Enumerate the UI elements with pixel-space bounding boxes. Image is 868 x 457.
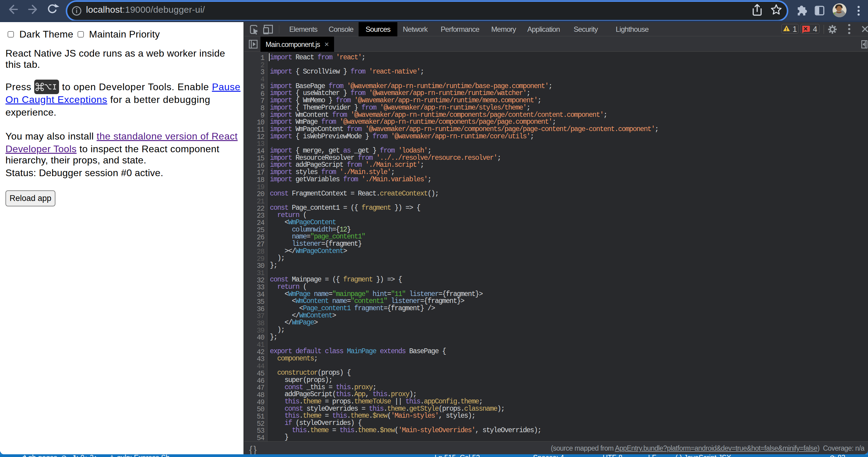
svg-text:4: 4 (813, 25, 817, 34)
svg-text:1: 1 (793, 25, 797, 34)
